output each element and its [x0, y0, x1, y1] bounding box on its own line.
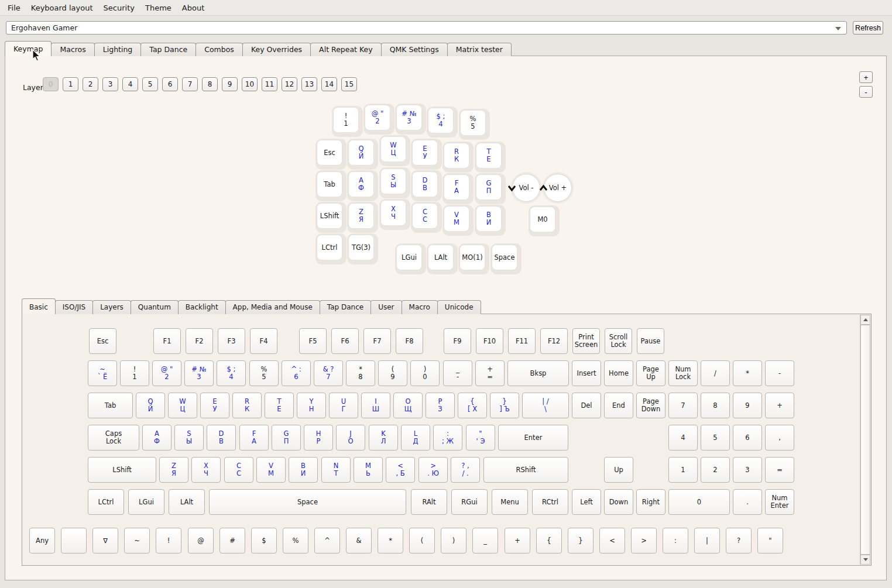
key-lgui[interactable]: LGui	[128, 489, 164, 515]
key-d[interactable]: DВ	[207, 425, 236, 451]
key-tab[interactable]: Tab	[88, 393, 133, 418]
encoder-vol[interactable]: Vol -	[512, 174, 540, 202]
key-symbol[interactable]: #	[219, 528, 245, 553]
key-menu[interactable]: Menu	[492, 489, 528, 515]
key-7[interactable]: & ?7	[314, 360, 343, 386]
menu-item-keyboard-layout[interactable]: Keyboard layout	[26, 1, 98, 15]
key-6[interactable]: 6	[733, 425, 762, 451]
key-page-down[interactable]: PageDown	[636, 393, 665, 418]
key-q[interactable]: QЙ	[348, 140, 374, 166]
layer-button-8[interactable]: 8	[202, 77, 218, 91]
picker-tab-quantum[interactable]: Quantum	[131, 300, 179, 314]
key-4[interactable]: 4	[668, 425, 698, 451]
key-e[interactable]: EУ	[200, 393, 229, 418]
key-symbol[interactable]: .	[733, 489, 762, 515]
key-f10[interactable]: F10	[476, 328, 503, 354]
key-l[interactable]: LД	[401, 425, 430, 451]
key-right[interactable]: Right	[636, 489, 665, 515]
key-1[interactable]: 1	[668, 457, 698, 483]
key-rshift[interactable]: RShift	[483, 457, 568, 483]
key-f4[interactable]: F4	[250, 328, 277, 354]
scrollbar-thumb[interactable]	[860, 325, 870, 555]
key-f11[interactable]: F11	[508, 328, 536, 354]
tab-alt-repeat-key[interactable]: Alt Repeat Key	[310, 43, 382, 56]
key-print-screen[interactable]: PrintScreen	[572, 328, 600, 354]
menu-item-file[interactable]: File	[2, 1, 26, 15]
key-symbol[interactable]: }	[568, 528, 593, 553]
vertical-scrollbar[interactable]	[860, 315, 870, 565]
key-x[interactable]: XЧ	[191, 457, 221, 483]
key-symbol[interactable]: ~	[124, 528, 150, 553]
key-symbol[interactable]: ^	[314, 528, 340, 553]
key-f12[interactable]: F12	[540, 328, 568, 354]
key-5[interactable]: 5	[701, 425, 730, 451]
key-symbol[interactable]: | /\	[522, 393, 569, 418]
key-c[interactable]: CС	[224, 457, 253, 483]
key-t[interactable]: TЕ	[265, 393, 294, 418]
key-9[interactable]: 9	[733, 393, 762, 418]
picker-tab-user[interactable]: User	[370, 300, 402, 314]
key-f9[interactable]: F9	[444, 328, 471, 354]
key-y[interactable]: YН	[297, 393, 326, 418]
tab-keymap[interactable]: Keymap	[5, 41, 52, 56]
key-r[interactable]: RК	[232, 393, 262, 418]
key-lctrl[interactable]: LCtrl	[317, 235, 342, 260]
key-symbol[interactable]: *	[733, 360, 762, 386]
key-w[interactable]: WЦ	[168, 393, 197, 418]
key-home[interactable]: Home	[604, 360, 633, 386]
key-scroll-lock[interactable]: ScrollLock	[605, 328, 632, 354]
key-s[interactable]: SЫ	[174, 425, 204, 451]
key-del[interactable]: Del	[572, 393, 601, 418]
key-9[interactable]: (9	[378, 360, 407, 386]
key-symbol[interactable]: >	[631, 528, 657, 553]
key-symbol[interactable]: >. Ю	[418, 457, 448, 483]
layer-button-6[interactable]: 6	[162, 77, 178, 91]
key-f[interactable]: FА	[444, 174, 469, 200]
key-f7[interactable]: F7	[363, 328, 391, 354]
key-esc[interactable]: Esc	[89, 328, 116, 354]
key-num-enter[interactable]: NumEnter	[765, 489, 794, 515]
key-enter[interactable]: Enter	[498, 425, 568, 451]
layer-button-4[interactable]: 4	[122, 77, 138, 91]
menu-item-theme[interactable]: Theme	[140, 1, 177, 15]
key-symbol[interactable]: :; Ж	[433, 425, 462, 451]
key-num-lock[interactable]: NumLock	[668, 360, 698, 386]
key-b[interactable]: BИ	[476, 206, 502, 232]
layer-button-2[interactable]: 2	[83, 77, 98, 91]
key-bksp[interactable]: Bksp	[507, 360, 569, 386]
key-g[interactable]: GП	[476, 174, 502, 200]
scroll-up-icon[interactable]	[860, 315, 870, 325]
key-z[interactable]: ZЯ	[159, 457, 188, 483]
key-symbol[interactable]: ~` Ё	[88, 360, 117, 386]
key-n[interactable]: NТ	[321, 457, 351, 483]
key-b[interactable]: BИ	[289, 457, 318, 483]
key-tab[interactable]: Tab	[317, 171, 342, 197]
key-pause[interactable]: Pause	[637, 328, 664, 354]
key-symbol[interactable]: (	[409, 528, 435, 553]
refresh-button[interactable]: Refresh	[853, 21, 883, 35]
tab-macros[interactable]: Macros	[51, 43, 94, 56]
key-lalt[interactable]: LAlt	[428, 245, 454, 270]
key-u[interactable]: UГ	[329, 393, 358, 418]
key-lgui[interactable]: LGui	[396, 245, 422, 270]
picker-tab-tap-dance[interactable]: Tap Dance	[320, 300, 371, 314]
key-3[interactable]: # №3	[184, 360, 214, 386]
key-t[interactable]: TЕ	[476, 143, 502, 169]
menu-item-security[interactable]: Security	[98, 1, 140, 15]
key-lctrl[interactable]: LCtrl	[88, 489, 124, 515]
layer-button-7[interactable]: 7	[182, 77, 198, 91]
key-a[interactable]: AФ	[142, 425, 171, 451]
key-c[interactable]: CС	[412, 203, 438, 229]
key-space[interactable]: Space	[492, 245, 517, 270]
layer-button-9[interactable]: 9	[222, 77, 238, 91]
picker-tab-macro[interactable]: Macro	[402, 300, 438, 314]
picker-tab-iso-jis[interactable]: ISO/JIS	[55, 300, 93, 314]
key-5[interactable]: %5	[460, 110, 486, 136]
key-0[interactable]: 0	[668, 489, 730, 515]
picker-tab-backlight[interactable]: Backlight	[178, 300, 226, 314]
key-symbol[interactable]: +	[765, 393, 794, 418]
key-g[interactable]: GП	[272, 425, 301, 451]
key-lalt[interactable]: LAlt	[169, 489, 205, 515]
key-page-up[interactable]: PageUp	[636, 360, 665, 386]
key-any[interactable]: Any	[29, 528, 55, 553]
